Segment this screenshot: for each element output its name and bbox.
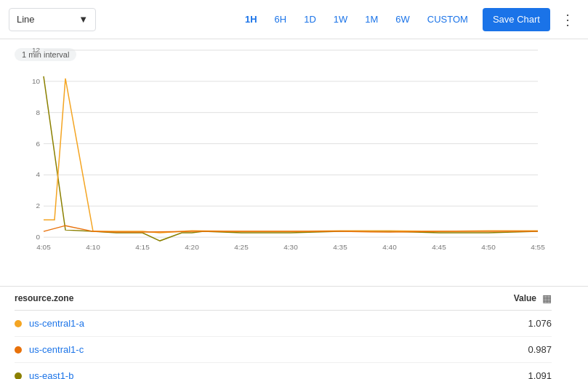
time-btn-6h[interactable]: 6H [272, 11, 290, 28]
time-btn-1d[interactable]: 1D [301, 11, 319, 28]
save-chart-button[interactable]: Save Chart [483, 8, 550, 31]
svg-text:4:55: 4:55 [531, 243, 545, 251]
svg-text:4: 4 [36, 170, 40, 178]
chart-area: 1 min interval 12 10 8 6 4 2 0 4:05 4:10 [0, 39, 588, 287]
svg-text:4:35: 4:35 [333, 243, 347, 251]
svg-text:4:20: 4:20 [185, 243, 199, 251]
legend-row-2: us-east1-b 1.091 [15, 363, 552, 379]
legend-dot-2 [15, 372, 22, 380]
time-btn-custom[interactable]: CUSTOM [424, 11, 471, 28]
line-us-central1-a [44, 79, 538, 233]
legend-value-1: 0.987 [528, 344, 552, 355]
svg-text:10: 10 [32, 77, 41, 85]
chart-type-dropdown[interactable]: Line ▼ [9, 8, 96, 31]
legend-dot-0 [15, 320, 22, 327]
legend-row-left-1: us-central1-c [15, 344, 84, 355]
svg-text:4:25: 4:25 [234, 243, 249, 251]
value-col-header: Value [514, 293, 536, 303]
time-btn-1w[interactable]: 1W [331, 11, 351, 28]
chart-type-label: Line [17, 14, 35, 25]
resource-col-header: resource.zone [15, 293, 73, 303]
svg-text:2: 2 [36, 202, 40, 210]
svg-text:4:50: 4:50 [481, 243, 496, 251]
legend-row-left-2: us-east1-b [15, 370, 73, 379]
svg-text:4:40: 4:40 [382, 243, 397, 251]
legend-row-left-0: us-central1-a [15, 318, 84, 329]
svg-text:6: 6 [36, 140, 40, 148]
legend-value-0: 1.076 [528, 318, 552, 329]
time-controls: 1H 6H 1D 1W 1M 6W CUSTOM [242, 11, 471, 28]
more-options-button[interactable]: ⋮ [556, 9, 579, 30]
time-btn-1m[interactable]: 1M [362, 11, 381, 28]
legend-row-1: us-central1-c 0.987 [15, 337, 552, 363]
legend-label-0[interactable]: us-central1-a [29, 318, 84, 329]
columns-icon[interactable]: ▦ [542, 292, 552, 304]
legend-table: resource.zone Value ▦ us-central1-a 1.07… [0, 287, 588, 379]
chart-svg-container: 12 10 8 6 4 2 0 4:05 4:10 4:15 4:20 4:25… [15, 47, 552, 257]
svg-text:0: 0 [36, 233, 40, 241]
line-us-east1-b [44, 76, 538, 241]
svg-text:12: 12 [32, 47, 41, 54]
legend-value-2: 1.091 [528, 370, 552, 379]
legend-dot-1 [15, 346, 22, 354]
legend-header-right: Value ▦ [514, 292, 552, 304]
legend-label-1[interactable]: us-central1-c [29, 344, 84, 355]
legend-label-2[interactable]: us-east1-b [29, 370, 73, 379]
header: Line ▼ 1H 6H 1D 1W 1M 6W CUSTOM Save Cha… [0, 0, 588, 39]
legend-row-0: us-central1-a 1.076 [15, 311, 552, 337]
time-btn-1h[interactable]: 1H [242, 11, 260, 28]
legend-header: resource.zone Value ▦ [15, 287, 552, 311]
time-btn-6w[interactable]: 6W [392, 11, 413, 28]
svg-text:4:10: 4:10 [86, 243, 100, 251]
svg-text:4:30: 4:30 [283, 243, 298, 251]
svg-text:4:05: 4:05 [36, 243, 51, 251]
chevron-down-icon: ▼ [78, 14, 88, 25]
svg-text:4:15: 4:15 [135, 243, 150, 251]
line-chart-svg: 12 10 8 6 4 2 0 4:05 4:10 4:15 4:20 4:25… [15, 47, 552, 257]
svg-text:4:45: 4:45 [432, 243, 446, 251]
svg-text:8: 8 [36, 108, 40, 116]
